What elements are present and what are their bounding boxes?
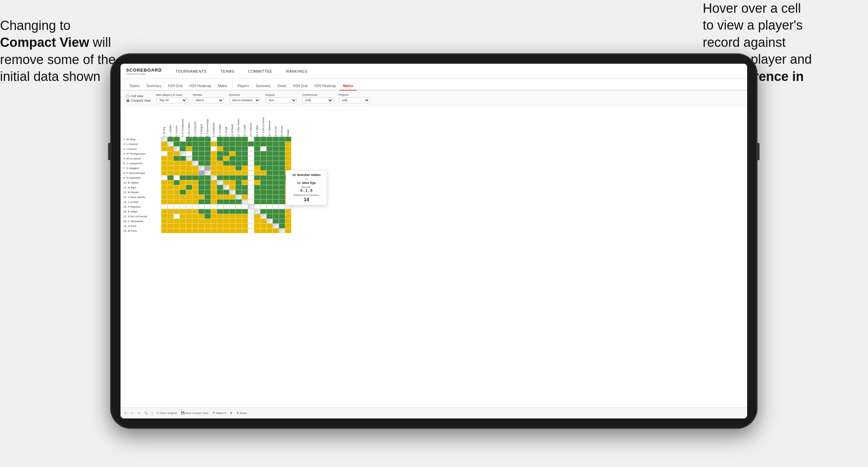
toolbar-zoom[interactable]: 🔍 <box>144 412 148 415</box>
cell-2-17[interactable] <box>260 142 266 146</box>
cell-5-15[interactable] <box>248 156 254 161</box>
nav-tournaments[interactable]: TOURNAMENTS <box>173 68 209 75</box>
cell-11-8[interactable] <box>205 185 211 190</box>
cell-14-1[interactable] <box>161 199 167 204</box>
cell-13-1[interactable] <box>161 195 167 199</box>
cell-19-7[interactable] <box>198 224 205 228</box>
cell-5-17[interactable] <box>260 156 266 161</box>
cell-19-21[interactable] <box>285 224 291 228</box>
cell-19-8[interactable] <box>205 224 211 228</box>
cell-8-11[interactable] <box>223 170 229 175</box>
cell-19-11[interactable] <box>223 224 229 228</box>
cell-7-1[interactable] <box>161 166 167 170</box>
cell-1-8[interactable] <box>205 137 211 142</box>
cell-4-2[interactable] <box>167 151 174 156</box>
cell-9-17[interactable] <box>260 175 266 180</box>
cell-19-17[interactable] <box>260 224 266 228</box>
cell-17-20[interactable] <box>279 214 285 219</box>
cell-19-18[interactable] <box>266 224 273 228</box>
cell-20-2[interactable] <box>167 228 174 233</box>
cell-11-12[interactable] <box>229 185 236 190</box>
cell-4-20[interactable] <box>279 151 285 156</box>
cell-18-4[interactable] <box>180 219 186 224</box>
cell-18-17[interactable] <box>260 219 266 224</box>
cell-2-19[interactable] <box>273 142 279 146</box>
cell-4-11[interactable] <box>223 151 229 156</box>
cell-10-14[interactable] <box>242 180 248 185</box>
cell-20-20[interactable] <box>279 228 285 233</box>
cell-4-5[interactable] <box>186 151 192 156</box>
cell-18-1[interactable] <box>161 219 167 224</box>
cell-7-9[interactable] <box>211 166 217 170</box>
cell-9-6[interactable] <box>192 175 198 180</box>
cell-2-4[interactable] <box>180 142 186 146</box>
cell-7-16[interactable] <box>254 166 260 170</box>
cell-2-18[interactable] <box>266 142 273 146</box>
cell-15-4[interactable] <box>180 204 186 209</box>
cell-9-13[interactable] <box>236 175 242 180</box>
nav-committee[interactable]: COMMITTEE <box>245 68 275 75</box>
cell-12-3[interactable] <box>174 190 180 195</box>
cell-8-8[interactable] <box>205 170 211 175</box>
cell-4-17[interactable] <box>260 151 266 156</box>
cell-11-4[interactable] <box>180 185 186 190</box>
cell-11-2[interactable] <box>167 185 174 190</box>
cell-2-21[interactable] <box>285 142 291 146</box>
cell-5-18[interactable] <box>266 156 273 161</box>
toolbar-grid[interactable]: ⊞ <box>230 412 232 415</box>
cell-2-14[interactable] <box>242 142 248 146</box>
cell-5-12[interactable] <box>229 156 236 161</box>
tab-summary-bottom[interactable]: Summary <box>252 82 274 91</box>
cell-12-10[interactable] <box>217 190 223 195</box>
cell-8-13[interactable] <box>236 170 242 175</box>
tab-summary-top[interactable]: Summary <box>143 82 165 91</box>
cell-12-5[interactable] <box>186 190 192 195</box>
cell-20-11[interactable] <box>223 228 229 233</box>
toolbar-watch[interactable]: 👁 Watch ▾ <box>212 412 226 415</box>
cell-2-6[interactable] <box>192 142 198 146</box>
cell-10-16[interactable] <box>254 180 260 185</box>
cell-7-6[interactable] <box>192 166 198 170</box>
cell-16-17[interactable] <box>260 209 266 214</box>
cell-13-5[interactable] <box>186 195 192 199</box>
cell-12-12[interactable] <box>229 190 236 195</box>
cell-9-18[interactable] <box>266 175 273 180</box>
cell-19-2[interactable] <box>167 224 174 228</box>
cell-5-9[interactable] <box>211 156 217 161</box>
cell-9-15[interactable] <box>248 175 254 180</box>
cell-16-7[interactable] <box>198 209 205 214</box>
cell-16-20[interactable] <box>279 209 285 214</box>
toolbar-redo[interactable]: ↪ <box>138 412 140 415</box>
cell-11-9[interactable] <box>211 185 217 190</box>
cell-1-1[interactable] <box>161 137 167 142</box>
cell-17-5[interactable] <box>186 214 192 219</box>
cell-5-1[interactable] <box>161 156 167 161</box>
cell-8-3[interactable] <box>174 170 180 175</box>
cell-9-1[interactable] <box>161 175 167 180</box>
cell-6-7[interactable] <box>198 161 205 166</box>
nav-rankings[interactable]: RANKINGS <box>283 68 310 75</box>
cell-4-9[interactable] <box>211 151 217 156</box>
cell-20-12[interactable] <box>229 228 236 233</box>
cell-10-10[interactable] <box>217 180 223 185</box>
cell-2-16[interactable] <box>254 142 260 146</box>
cell-8-17[interactable] <box>260 170 266 175</box>
cell-12-13[interactable] <box>236 190 242 195</box>
cell-17-3[interactable] <box>174 214 180 219</box>
cell-7-19[interactable] <box>273 166 279 170</box>
cell-17-12[interactable] <box>229 214 236 219</box>
cell-4-3[interactable] <box>174 151 180 156</box>
cell-9-14[interactable] <box>242 175 248 180</box>
cell-2-3[interactable] <box>174 142 180 146</box>
radio-full-view[interactable]: Full View <box>126 94 151 98</box>
cell-13-2[interactable] <box>167 195 174 199</box>
cell-14-6[interactable] <box>192 199 198 204</box>
cell-12-9[interactable] <box>211 190 217 195</box>
cell-8-5[interactable] <box>186 170 192 175</box>
cell-14-19[interactable] <box>273 199 279 204</box>
cell-20-9[interactable] <box>211 228 217 233</box>
cell-14-2[interactable] <box>167 199 174 204</box>
cell-2-10[interactable] <box>217 142 223 146</box>
cell-8-10[interactable] <box>217 170 223 175</box>
cell-19-13[interactable] <box>236 224 242 228</box>
